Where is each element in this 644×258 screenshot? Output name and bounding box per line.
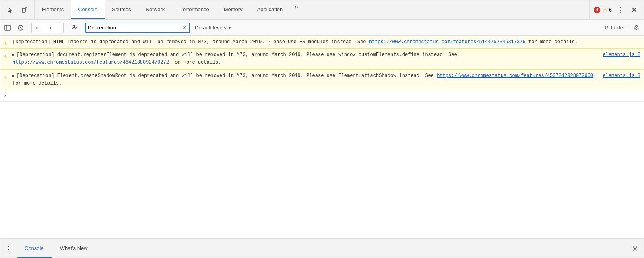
devtools-more-btn[interactable]: ⋮ [614,4,626,16]
msg-link-1[interactable]: https://www.chromestatus.com/features/51… [369,39,526,45]
msg-source-3[interactable]: elements.js:3 [603,72,640,80]
warn-icon-3: ⚠ [4,73,7,82]
nav-tabs: Elements Console Sources Network Perform… [35,0,589,19]
tab-console[interactable]: Console [71,0,105,19]
svg-rect-0 [22,8,25,12]
filter-input[interactable] [88,25,181,31]
svg-rect-2 [5,25,10,30]
sidebar-toggle-btn[interactable] [2,22,13,33]
tab-application[interactable]: Application [250,0,290,19]
settings-btn[interactable]: ⚙ [631,22,642,33]
hidden-count: 15 hidden [604,25,625,31]
frame-selector[interactable]: top ▼ [31,23,64,33]
prompt-chevron-icon: › [4,93,7,99]
default-levels-btn[interactable]: Default levels ▼ [192,24,235,31]
warn-badge: ⚠ 6 [603,7,612,13]
tab-sources[interactable]: Sources [105,0,138,19]
levels-arrow-icon: ▼ [228,25,232,30]
toolbar-divider-2 [66,24,66,32]
bottom-tab-whats-new[interactable]: What's New [52,239,96,258]
expand-arrow-3[interactable]: ▶ [12,73,15,79]
expand-arrow-2[interactable]: ▶ [12,52,15,58]
warn-icon-1: ⚠ [4,39,7,48]
warn-icon-2: ⚠ [4,52,7,61]
more-tabs-btn[interactable]: » [290,0,303,13]
tab-memory[interactable]: Memory [217,0,250,19]
bottom-tabs-more-btn[interactable]: ⋮ [0,239,17,258]
devtools-close-btn[interactable]: ✕ [629,4,640,16]
error-badge: 4 [594,7,600,13]
console-message-1: ⚠ [Deprecation] HTML Imports is deprecat… [0,36,644,49]
cursor-icon-btn[interactable] [4,4,17,17]
msg-source-2[interactable]: elements.js:2 [603,51,640,59]
toolbar-divider-1 [29,24,29,32]
console-message-2: ⚠ ▶[Deprecation] document.registerElemen… [0,49,644,69]
filter-clear-btn[interactable]: ✕ [181,25,188,31]
toolbar-divider-3 [83,24,83,32]
bottom-tab-console[interactable]: Console [17,239,52,258]
bottom-tab-whats-new-label: What's New [60,245,88,251]
msg-text-1: [Deprecation] HTML Imports is deprecated… [12,38,640,46]
error-count: 4 [594,7,600,13]
nav-right-controls: 4 ⚠ 6 ⋮ ✕ [589,0,644,19]
warn-count: 6 [609,7,612,13]
nav-icon-group [0,0,35,19]
console-area: ⚠ [Deprecation] HTML Imports is deprecat… [0,36,644,238]
msg-text-2: ▶[Deprecation] document.registerElement … [12,51,598,67]
svg-rect-1 [25,8,27,10]
tab-elements[interactable]: Elements [35,0,71,19]
filter-input-wrap: ✕ [85,23,190,33]
device-toggle-btn[interactable] [18,4,31,17]
toolbar-divider-4 [628,24,628,32]
bottom-tab-console-label: Console [25,245,44,251]
msg-link-2[interactable]: https://www.chromestatus.com/features/46… [12,60,169,65]
frame-selector-value: top [34,25,47,31]
levels-label: Default levels [195,25,226,31]
tab-performance[interactable]: Performance [172,0,216,19]
frame-selector-arrow: ▼ [48,25,61,30]
bottom-close-btn[interactable]: ✕ [626,239,644,258]
top-nav: Elements Console Sources Network Perform… [0,0,644,20]
console-toolbar: top ▼ 👁 ✕ Default levels ▼ 15 hidden ⚙ [0,20,644,36]
eye-icon-btn[interactable]: 👁 [69,22,80,33]
msg-link-3[interactable]: https://www.chromestatus.com/features/45… [437,73,593,79]
tab-network[interactable]: Network [138,0,172,19]
msg-text-3: ▶[Deprecation] Element.createShadowRoot … [12,72,598,87]
clear-console-btn[interactable] [15,22,26,33]
warn-icon: ⚠ [603,7,608,13]
svg-line-5 [19,27,22,29]
console-message-3: ⚠ ▶[Deprecation] Element.createShadowRoo… [0,70,644,90]
console-prompt-line[interactable]: › [0,90,644,102]
bottom-tabs: ⋮ Console What's New ✕ [0,238,644,258]
